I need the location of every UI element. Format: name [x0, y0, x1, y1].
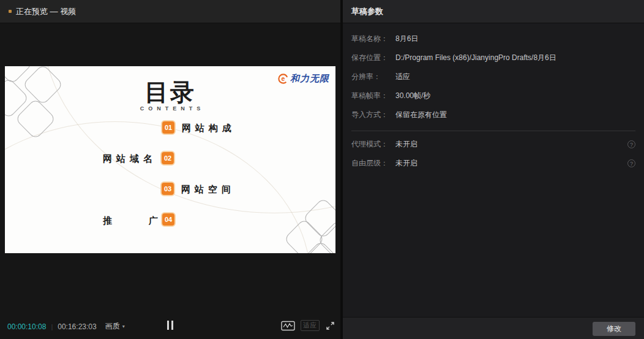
- help-icon[interactable]: ?: [627, 140, 635, 148]
- player-bar: 00:00:10:08 | 00:16:23:03 画质 ▾ 适应: [0, 313, 340, 339]
- help-icon[interactable]: ?: [627, 159, 635, 167]
- field-resolution: 分辨率： 适应: [343, 67, 644, 86]
- fullscreen-icon[interactable]: [325, 321, 335, 331]
- logo-text: 和力无限: [290, 73, 329, 85]
- field-label: 草稿帧率：: [351, 91, 395, 101]
- brand-logo: e 和力无限: [277, 73, 329, 85]
- field-label: 代理模式：: [351, 139, 395, 150]
- field-label: 保存位置：: [351, 53, 395, 63]
- params-footer: 修改: [343, 317, 644, 339]
- svg-text:e: e: [282, 75, 285, 82]
- field-free-layer: 自由层级： 未开启 ?: [343, 154, 644, 173]
- section-divider: [351, 131, 635, 131]
- field-label: 草稿名称：: [351, 34, 395, 44]
- preview-panel: 正在预览 — 视频 目录 CONTENTS e 和力无限 01 网站构成 网站域…: [0, 0, 340, 339]
- quality-dropdown[interactable]: 画质 ▾: [105, 321, 125, 332]
- video-preview[interactable]: 目录 CONTENTS e 和力无限 01 网站构成 网站域名 02 03 网站…: [5, 66, 335, 253]
- toc-item-label: 网站域名: [103, 153, 157, 165]
- field-value: 30.00帧/秒: [395, 91, 430, 101]
- slide-subtitle: CONTENTS: [5, 105, 335, 112]
- field-value: 未开启: [395, 158, 417, 169]
- field-import-mode: 导入方式： 保留在原有位置: [343, 105, 644, 124]
- timecode-separator: |: [51, 323, 53, 330]
- modify-button[interactable]: 修改: [593, 322, 635, 336]
- params-header: 草稿参数: [343, 0, 644, 23]
- field-draft-name: 草稿名称： 8月6日: [343, 29, 644, 48]
- field-value: 未开启: [395, 139, 417, 150]
- field-value: 8月6日: [395, 34, 418, 44]
- field-proxy-mode: 代理模式： 未开启 ?: [343, 135, 644, 154]
- field-label: 导入方式：: [351, 110, 395, 120]
- quality-label: 画质: [105, 321, 120, 332]
- field-label: 自由层级：: [351, 158, 395, 169]
- field-label: 分辨率：: [351, 72, 395, 82]
- chevron-down-icon: ▾: [122, 324, 125, 329]
- field-value: 适应: [395, 72, 410, 82]
- field-save-location: 保存位置： D:/Program Files (x86)/JianyingPro…: [343, 48, 644, 67]
- logo-swirl-icon: e: [277, 73, 289, 85]
- preview-header: 正在预览 — 视频: [0, 0, 340, 23]
- fit-scale-button[interactable]: 适应: [301, 320, 320, 331]
- field-value: D:/Program Files (x86)/JianyingPro Draft…: [395, 53, 556, 63]
- toc-badge-04: 04: [161, 212, 176, 227]
- field-frame-rate: 草稿帧率： 30.00帧/秒: [343, 86, 644, 105]
- total-timecode: 00:16:23:03: [58, 322, 96, 331]
- preview-title: 正在预览 — 视频: [16, 6, 76, 17]
- params-title: 草稿参数: [351, 6, 383, 17]
- toc-badge-02: 02: [160, 151, 175, 166]
- waveform-preview-icon[interactable]: [281, 321, 295, 331]
- pause-button[interactable]: [167, 321, 173, 330]
- recording-dot-icon: [9, 10, 12, 13]
- toc-item-label: 网站空间: [181, 184, 235, 196]
- toc-item-label: 推广: [103, 215, 195, 227]
- toc-badge-01: 01: [161, 120, 176, 135]
- draft-params-panel: 草稿参数 草稿名称： 8月6日 保存位置： D:/Program Files (…: [343, 0, 644, 339]
- current-timecode: 00:00:10:08: [7, 322, 46, 331]
- toc-item-label: 网站构成: [182, 123, 236, 134]
- field-value: 保留在原有位置: [395, 110, 447, 120]
- toc-badge-03: 03: [160, 181, 175, 196]
